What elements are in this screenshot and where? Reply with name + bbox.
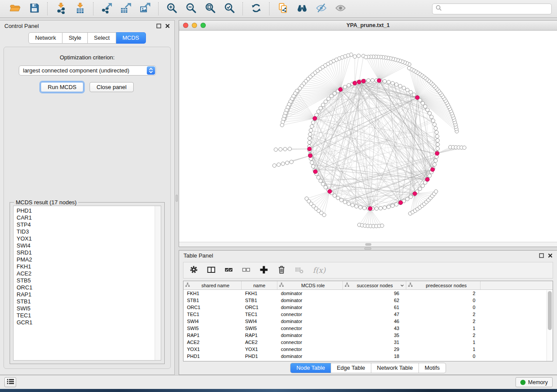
zoom-in-button[interactable] xyxy=(165,2,179,16)
new-network-from-selection-button[interactable] xyxy=(276,2,290,16)
result-item[interactable]: PMA2 xyxy=(17,256,161,263)
table-cell: 2 xyxy=(406,319,481,324)
export-network-button[interactable] xyxy=(100,2,114,16)
zoom-out-button[interactable] xyxy=(184,2,198,16)
open-file-button[interactable] xyxy=(8,2,22,16)
close-window-icon[interactable] xyxy=(183,23,188,28)
export-table-button[interactable] xyxy=(119,2,133,16)
table-row[interactable]: SWI5SWI5connector431 xyxy=(183,325,553,332)
table-settings-button[interactable] xyxy=(190,265,198,275)
tab-edge-table[interactable]: Edge Table xyxy=(331,363,371,373)
result-item[interactable]: STB5 xyxy=(17,277,161,284)
deselect-all-columns-button[interactable] xyxy=(242,266,250,275)
delete-column-button[interactable] xyxy=(277,265,286,275)
result-list-scrollbar[interactable] xyxy=(155,206,161,360)
table-row[interactable]: PHD1PHD1dominator180 xyxy=(183,353,553,360)
splitter-handle[interactable] xyxy=(176,195,178,202)
result-item[interactable]: TEC1 xyxy=(17,312,161,319)
minimize-window-icon[interactable] xyxy=(192,23,197,28)
column-header-successor-nodes[interactable]: successor nodes xyxy=(343,281,406,289)
mcds-result-list[interactable]: PHD1CAR1STP4TID3YOX1SWI4SRD1PMA2FKH1ACE2… xyxy=(13,206,161,361)
table-row[interactable]: SWI4SWI4dominator462 xyxy=(183,318,553,325)
column-header-predecessor-nodes[interactable]: predecessor nodes xyxy=(406,281,481,289)
import-network-button[interactable] xyxy=(54,2,68,16)
table-row[interactable]: RAP1RAP1dominator352 xyxy=(183,332,553,339)
vertical-splitter[interactable] xyxy=(175,20,179,375)
network-canvas[interactable] xyxy=(179,31,557,242)
vscroll-thumb[interactable] xyxy=(548,291,552,330)
apply-layout-button[interactable] xyxy=(249,2,263,16)
result-item[interactable]: GCR1 xyxy=(17,319,161,326)
sort-indicator-icon xyxy=(400,283,404,288)
table-cell: 43 xyxy=(343,326,406,331)
table-row[interactable]: ACE2ACE2connector311 xyxy=(183,339,553,346)
save-session-button[interactable] xyxy=(27,2,41,16)
result-item[interactable]: ORC1 xyxy=(17,284,161,291)
search-box[interactable] xyxy=(432,3,552,14)
table-row[interactable]: ORC1ORC1dominator610 xyxy=(183,304,553,311)
show-panels-button[interactable] xyxy=(4,377,16,387)
table-row[interactable]: YOX1YOX1connector291 xyxy=(183,346,553,353)
float-panel-icon[interactable] xyxy=(156,24,161,28)
show-columns-button[interactable] xyxy=(207,266,215,275)
result-item[interactable]: ACE2 xyxy=(17,270,161,277)
tab-select[interactable]: Select xyxy=(88,32,116,44)
result-item[interactable]: TID3 xyxy=(17,228,161,235)
column-header-mcds-role[interactable]: MCDS role xyxy=(277,281,343,289)
result-item[interactable]: YOX1 xyxy=(17,235,161,242)
show-all-button[interactable] xyxy=(333,2,347,16)
export-image-button[interactable] xyxy=(138,2,152,16)
result-item[interactable]: FKH1 xyxy=(17,263,161,270)
result-item[interactable]: SWI4 xyxy=(17,242,161,249)
table-row[interactable]: FKH1FKH1dominator962 xyxy=(183,290,553,297)
result-item[interactable]: STB1 xyxy=(17,298,161,305)
column-header-shared-name[interactable]: shared name xyxy=(183,281,242,289)
maximize-window-icon[interactable] xyxy=(201,23,206,28)
result-item[interactable]: SWI5 xyxy=(17,305,161,312)
create-column-button[interactable] xyxy=(259,265,268,275)
import-table-icon xyxy=(74,2,86,15)
function-builder-button[interactable]: f(x) xyxy=(313,266,325,275)
select-all-columns-button[interactable] xyxy=(225,266,233,275)
memory-button[interactable]: Memory xyxy=(515,377,553,387)
tab-node-table[interactable]: Node Table xyxy=(291,363,331,373)
main-toolbar xyxy=(0,0,557,18)
refresh-icon xyxy=(250,2,262,15)
search-input[interactable] xyxy=(444,6,548,12)
hscroll-thumb[interactable] xyxy=(365,243,371,246)
tab-network-table[interactable]: Network Table xyxy=(371,363,419,373)
close-panel-icon[interactable] xyxy=(548,253,553,258)
zoom-selected-button[interactable] xyxy=(222,2,236,16)
tab-style[interactable]: Style xyxy=(62,32,88,44)
table-cell: ACE2 xyxy=(242,340,277,345)
tab-network[interactable]: Network xyxy=(28,32,62,44)
close-panel-icon[interactable] xyxy=(165,24,170,28)
hide-selected-button[interactable] xyxy=(314,2,328,16)
table-row[interactable]: STB1STB1dominator620 xyxy=(183,297,553,304)
result-item[interactable]: PHD1 xyxy=(17,207,161,214)
float-panel-icon[interactable] xyxy=(539,253,544,258)
table-vscrollbar[interactable] xyxy=(547,290,553,361)
table-cell: ORC1 xyxy=(242,305,277,310)
table-row[interactable]: TEC1TEC1connector472 xyxy=(183,311,553,318)
network-hscrollbar[interactable] xyxy=(179,242,557,247)
splitter-handle[interactable] xyxy=(364,248,371,250)
criterion-select[interactable]: largest connected component (undirected) xyxy=(19,65,156,76)
result-item[interactable]: SRD1 xyxy=(17,249,161,256)
result-item[interactable]: CAR1 xyxy=(17,214,161,221)
zoom-fit-button[interactable] xyxy=(203,2,217,16)
result-item[interactable]: RAP1 xyxy=(17,291,161,298)
first-neighbors-button[interactable] xyxy=(295,2,309,16)
run-mcds-button[interactable]: Run MCDS xyxy=(41,82,83,92)
tab-mcds[interactable]: MCDS xyxy=(116,32,145,44)
network-window: YPA_prune.txt_1 xyxy=(179,20,557,247)
table-cell: FKH1 xyxy=(242,291,277,296)
column-header-name[interactable]: name xyxy=(242,281,277,289)
column-type-icon xyxy=(345,282,349,288)
delete-table-button[interactable] xyxy=(295,266,304,275)
horizontal-splitter[interactable] xyxy=(179,247,557,250)
import-table-button[interactable] xyxy=(73,2,87,16)
close-panel-button[interactable]: Close panel xyxy=(90,82,134,92)
result-item[interactable]: STP4 xyxy=(17,221,161,228)
tab-motifs[interactable]: Motifs xyxy=(419,363,446,373)
